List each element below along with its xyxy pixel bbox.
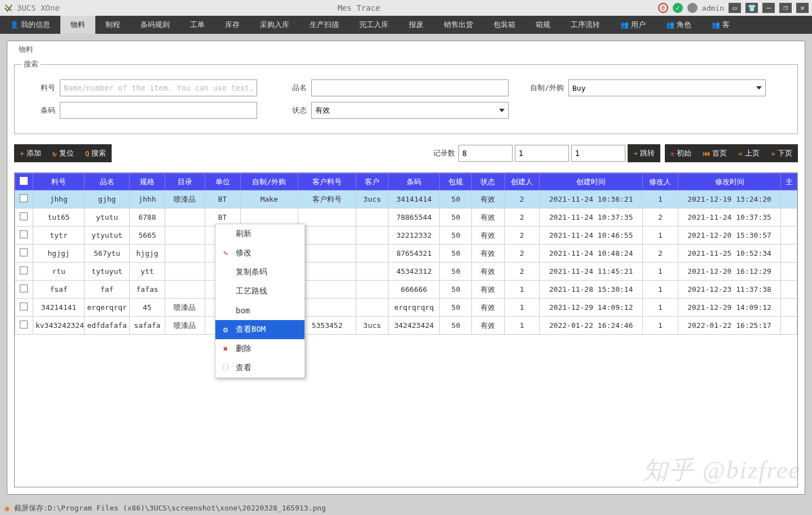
search-button[interactable]: Q搜索 [80,144,112,162]
table-row[interactable]: 34214141erqerqrqr45喷漆品BTerqrqrqrq50有效120… [15,299,797,317]
table-row[interactable]: rtutytuyutyttBT4534231250有效22021-11-24 1… [15,263,797,281]
table-cell [165,245,205,263]
barcode-input[interactable] [60,102,257,119]
table-cell: 2021-12-23 11:37:38 [678,281,781,299]
table-cell: fafas [130,281,165,299]
context-menu-item[interactable]: 〈〉查看 [215,358,304,378]
row-checkbox[interactable] [20,248,28,256]
col-header[interactable]: 修改时间 [678,174,781,190]
menu-icon: 👥 [620,21,629,29]
reset-button[interactable]: ↻复位 [47,144,80,162]
row-checkbox[interactable] [20,303,28,310]
table-row[interactable]: hgjgj567ytuhjgjgBT8765432150有效22021-11-2… [15,245,797,263]
col-header[interactable]: 状态 [472,174,504,190]
context-menu-item[interactable]: ✎修改 [215,243,304,263]
first-button[interactable]: ✱初始 [665,144,698,162]
row-checkbox[interactable] [20,194,28,202]
table-row[interactable]: fsaffaffafasBT66666650有效12021-11-28 15:3… [15,281,797,299]
context-menu-item[interactable]: 工艺路线 [215,282,304,301]
row-checkbox[interactable] [20,267,28,274]
table-cell: gjhg [85,190,130,208]
menu-item-2[interactable]: 制程 [95,16,130,34]
col-header[interactable]: 目录 [165,174,205,190]
col-header[interactable]: 客户 [356,174,388,190]
col-header[interactable]: 品名 [85,174,130,190]
row-checkbox[interactable] [20,321,28,328]
table-row[interactable]: kv343242324edfdafafasafafa喷漆品BT53534523u… [15,317,797,335]
col-header[interactable]: 条码 [389,174,440,190]
col-header[interactable]: 包规 [440,174,472,190]
menu-item-14[interactable]: 👥用户 [610,16,656,34]
table-cell: 2021-11-24 10:37:35 [540,208,643,227]
menu-item-10[interactable]: 销售出货 [434,16,483,34]
context-menu-label: 工艺路线 [236,286,267,296]
table-cell: 2021-12-29 14:09:12 [678,299,781,317]
notification-badge[interactable]: 0 [658,3,668,13]
context-menu-item[interactable]: ⚙查看BOM [215,320,304,339]
maximize-button[interactable]: ❐ [779,3,792,13]
window-button-2[interactable]: 👕 [745,3,758,13]
col-header[interactable]: 规格 [130,174,165,190]
menu-item-6[interactable]: 采购入库 [250,16,299,34]
col-header[interactable]: 自制/外购 [240,174,298,190]
item-no-input[interactable] [60,79,257,96]
first-icon: ✱ [670,149,675,158]
menu-item-9[interactable]: 报废 [399,16,434,34]
context-menu-item[interactable]: 复制条码 [215,263,304,282]
menu-item-13[interactable]: 工序流转 [561,16,610,34]
table-cell: tut65 [33,208,84,227]
menu-item-1[interactable]: 物料 [60,16,95,34]
add-button[interactable]: +添加 [14,144,47,162]
col-header[interactable] [15,174,33,190]
table-cell: 1 [642,281,678,299]
context-menu-item[interactable]: bom [215,301,304,320]
menu-item-11[interactable]: 包装箱 [483,16,526,34]
table-row[interactable]: tytrytyutut5665BT3221233250有效22021-11-24… [15,227,797,245]
buy-select[interactable]: Buy [568,79,766,96]
page1-input[interactable] [515,145,569,162]
window-button-1[interactable]: ▭ [729,3,741,13]
context-menu-item[interactable]: 刷新 [215,224,304,243]
menu-item-16[interactable]: 👥客 [701,16,740,34]
prev-button[interactable]: «上页 [732,144,765,162]
table-row[interactable]: jhhggjhgjhhh喷漆品BTMake客户料号3ucs3414141450有… [15,190,797,208]
select-all-checkbox[interactable] [20,177,28,185]
col-header[interactable]: 客户料号 [298,174,356,190]
col-header[interactable]: 主 [781,174,797,190]
next-button[interactable]: »下页 [765,144,798,162]
col-header[interactable]: 创建人 [504,174,540,190]
table-row[interactable]: tut65ytutu6788BT7886554450有效22021-11-24 … [15,208,797,227]
col-header[interactable]: 创建时间 [540,174,643,190]
records-input[interactable] [458,145,513,162]
table-cell: tytr [33,227,84,245]
col-header[interactable]: 料号 [33,174,84,190]
row-checkbox[interactable] [20,230,28,238]
page2-input[interactable] [571,145,625,162]
row-checkbox[interactable] [20,285,28,292]
status-select[interactable]: 有效 [311,102,509,119]
table-cell: 2021-11-24 10:48:24 [540,245,643,263]
menu-item-5[interactable]: 库存 [215,16,250,34]
menu-item-7[interactable]: 生产扫描 [299,16,349,34]
status-badge-icon[interactable]: ✓ [673,3,683,13]
menu-item-3[interactable]: 条码规则 [130,16,180,34]
name-input[interactable] [311,79,509,96]
col-header[interactable]: 修改人 [642,174,678,190]
table-cell: 2 [504,208,540,227]
menu-item-8[interactable]: 完工入库 [349,16,399,34]
table-cell: 2021-11-28 15:30:14 [540,281,643,299]
menu-item-12[interactable]: 箱规 [526,16,561,34]
user-avatar-icon[interactable] [687,3,698,13]
col-header[interactable]: 单位 [205,174,240,190]
context-menu-item[interactable]: ✖删除 [215,339,304,358]
minimize-button[interactable]: — [762,3,775,13]
jump-button[interactable]: ➜跳转 [628,144,660,162]
context-menu-label: 修改 [236,248,251,258]
close-button[interactable]: ✕ [796,3,809,13]
menu-item-15[interactable]: 👥角色 [656,16,701,34]
home-button[interactable]: ⏮首页 [697,144,732,162]
menu-item-0[interactable]: 👤我的信息 [0,16,60,34]
context-menu-label: bom [236,306,250,315]
row-checkbox[interactable] [20,212,28,220]
menu-item-4[interactable]: 工单 [180,16,215,34]
